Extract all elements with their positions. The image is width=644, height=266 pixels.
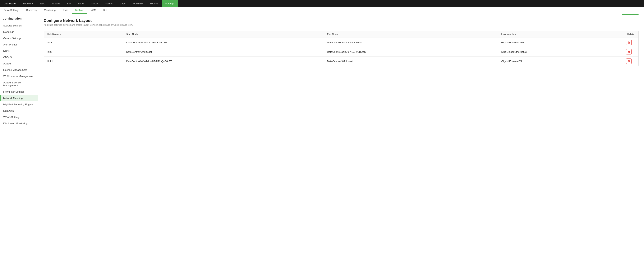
sidebar-item-attacks-license-management[interactable]: Attacks License Management xyxy=(0,79,38,89)
delete-cell: 🗑 xyxy=(623,47,638,57)
delete-cell: 🗑 xyxy=(623,57,638,66)
sidebar-item-cbqos[interactable]: CBQoS xyxy=(0,54,38,60)
add-link-button[interactable]: Add Link xyxy=(622,14,639,15)
cell-link-interface: GigabitEthernet0/1 xyxy=(498,57,623,66)
delete-button-row1[interactable]: 🗑 xyxy=(626,40,632,45)
sort-icon-link-name: ▲ xyxy=(60,33,61,36)
top-nav-item-maps[interactable]: Maps xyxy=(116,0,129,7)
sidebar-item-waas-settings[interactable]: WAAS Settings xyxy=(0,114,38,120)
top-nav-item-wlc[interactable]: WLC xyxy=(36,0,49,7)
cell-link-interface: MultiGigabitEthernet0/1 xyxy=(498,47,623,57)
top-nav-item-workflow[interactable]: Workflow xyxy=(129,0,146,7)
sub-nav-item-dpi[interactable]: DPI xyxy=(100,7,110,14)
sub-navigation: Basic SettingsDiscoveryMonitoringToolsNe… xyxy=(0,7,644,14)
sidebar-item-mappings[interactable]: Mappings xyxy=(0,29,38,35)
sub-nav-item-tools[interactable]: Tools xyxy=(59,7,72,14)
cell-link-name: Link1 xyxy=(44,57,123,66)
sub-nav-item-ncm[interactable]: NCM xyxy=(87,7,100,14)
cell-start-node: DataCentreV9Multicast xyxy=(123,47,324,57)
col-header-delete: Delete xyxy=(623,31,638,38)
sidebar-item-flow-filter-settings[interactable]: Flow Filter Settings xyxy=(0,89,38,95)
sidebar-title: Configuration xyxy=(0,14,38,23)
col-header-link-interface: Link Interface xyxy=(498,31,623,38)
sidebar-item-groups-settings[interactable]: Groups Settings xyxy=(0,35,38,42)
sidebar-item-highperf-reporting-engine[interactable]: HighPerf Reporting Engine xyxy=(0,101,38,108)
table-row: Link1DataCentreAVC-Mains-NBAR2/QoS/ARTDa… xyxy=(44,57,638,66)
sidebar-item-nbar[interactable]: NBAR xyxy=(0,48,38,54)
top-nav-item-ipsla[interactable]: IPSLA xyxy=(88,0,102,7)
top-nav-item-reports[interactable]: Reports xyxy=(146,0,162,7)
sidebar-item-attacks[interactable]: Attacks xyxy=(0,60,38,67)
cell-end-node: DataCentreV9Multicast xyxy=(324,57,498,66)
col-header-end-node: End Node xyxy=(324,31,498,38)
top-nav-item-inventory[interactable]: Inventory xyxy=(19,0,36,7)
top-nav-item-dpi[interactable]: DPI xyxy=(64,0,75,7)
delete-cell: 🗑 xyxy=(623,38,638,47)
cell-end-node: DataCentreBasicV9-NBAR/CBQoS xyxy=(324,47,498,57)
top-nav-item-ncm[interactable]: NCM xyxy=(75,0,88,7)
sidebar-item-wlc-license-management[interactable]: WLC License Management xyxy=(0,73,38,79)
col-header-start-node: Start Node xyxy=(123,31,324,38)
sub-nav-item-discovery[interactable]: Discovery xyxy=(22,7,40,14)
main-content: Add Link Configure Network Layout Add li… xyxy=(38,14,644,266)
network-layout-table: Link Name▲Start NodeEnd NodeLink Interfa… xyxy=(44,31,639,66)
page-title: Configure Network Layout xyxy=(44,19,639,23)
top-nav-item-alarms[interactable]: Alarms xyxy=(102,0,116,7)
sub-nav-item-basic-settings[interactable]: Basic Settings xyxy=(0,7,22,14)
sub-nav-item-netflow[interactable]: Netflow xyxy=(72,7,87,14)
page-subtitle: Add links between devices and create lay… xyxy=(44,24,639,26)
col-header-link-name[interactable]: Link Name▲ xyxy=(44,31,123,38)
sub-nav-item-monitoring[interactable]: Monitoring xyxy=(40,7,59,14)
sidebar-item-distributed-monitoring[interactable]: Distributed Monitoring xyxy=(0,120,38,127)
table-row: link3DataCentreAVCMains-NBAR2/HTTPDataCe… xyxy=(44,38,638,47)
cell-link-name: link3 xyxy=(44,38,123,47)
cell-end-node: DataCentreBasicV9ipv4.me.com xyxy=(324,38,498,47)
delete-button-row3[interactable]: 🗑 xyxy=(626,59,632,64)
sidebar-item-network-mapping[interactable]: Network Mapping xyxy=(0,95,38,101)
cell-link-name: link2 xyxy=(44,47,123,57)
top-nav-item-settings[interactable]: Settings xyxy=(162,0,178,7)
sidebar-item-license-management[interactable]: License Management xyxy=(0,67,38,73)
sidebar: Configuration Storage SettingsMappingsGr… xyxy=(0,14,38,266)
sidebar-item-alert-profiles[interactable]: Alert Profiles xyxy=(0,42,38,48)
top-nav-item-dashboard[interactable]: Dashboard xyxy=(0,0,19,7)
cell-start-node: DataCentreAVC-Mains-NBAR2/QoS/ART xyxy=(123,57,324,66)
cell-start-node: DataCentreAVCMains-NBAR2/HTTP xyxy=(123,38,324,47)
sidebar-item-storage-settings[interactable]: Storage Settings xyxy=(0,23,38,29)
table-row: link2DataCentreV9MulticastDataCentreBasi… xyxy=(44,47,638,57)
top-navigation: DashboardInventoryWLCAttacksDPINCMIPSLAA… xyxy=(0,0,644,7)
delete-button-row2[interactable]: 🗑 xyxy=(626,49,632,55)
sidebar-item-data-unit[interactable]: Data Unit xyxy=(0,108,38,114)
cell-link-interface: GigabitEthernet0/1/1 xyxy=(498,38,623,47)
top-nav-item-attacks[interactable]: Attacks xyxy=(49,0,64,7)
